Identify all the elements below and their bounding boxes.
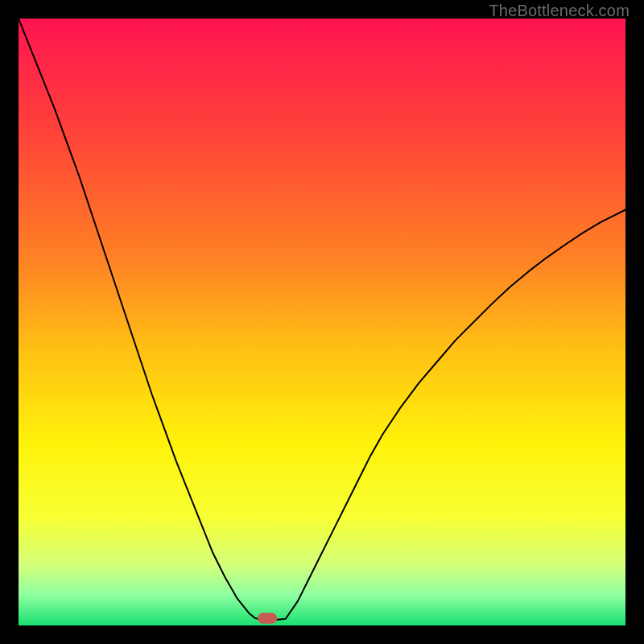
watermark-text: TheBottleneck.com bbox=[489, 2, 630, 20]
chart-frame: TheBottleneck.com bbox=[0, 0, 644, 644]
bottleneck-chart bbox=[19, 19, 625, 625]
gradient-background bbox=[19, 19, 625, 625]
minimum-marker bbox=[258, 613, 277, 624]
